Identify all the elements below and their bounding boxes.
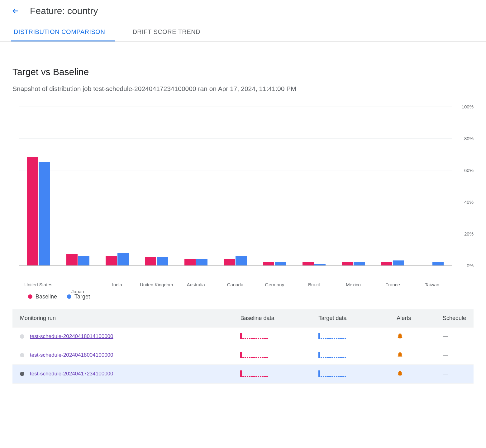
- x-label: Germany: [255, 282, 294, 287]
- table-row[interactable]: test-schedule-20240418014100000—: [12, 327, 474, 346]
- sparkline-target: [318, 332, 346, 339]
- x-label: Mexico: [334, 282, 373, 287]
- legend-target: Target: [67, 293, 90, 300]
- target-bar: [236, 256, 247, 265]
- bar-group: [334, 107, 373, 265]
- x-label: Taiwan: [412, 282, 452, 287]
- alert-bell-icon[interactable]: [397, 353, 403, 359]
- col-header-alerts: Alerts: [389, 309, 435, 327]
- y-tick: 60%: [464, 167, 474, 173]
- col-header-schedule: Schedule: [435, 309, 474, 327]
- bar-group: [19, 107, 58, 265]
- bar-group: [255, 107, 294, 265]
- x-label: Canada: [216, 282, 255, 287]
- bar-group: [216, 107, 255, 265]
- baseline-bar: [184, 259, 196, 265]
- tab-drift-score-trend[interactable]: DRIFT SCORE TREND: [130, 22, 210, 41]
- target-bar: [39, 162, 50, 265]
- tabs: DISTRIBUTION COMPARISON DRIFT SCORE TREN…: [0, 22, 486, 42]
- baseline-bar: [342, 262, 353, 265]
- x-label: United Kingdom: [137, 282, 176, 287]
- status-dot: [20, 353, 24, 357]
- monitoring-run-link[interactable]: test-schedule-20240417234100000: [30, 371, 113, 377]
- monitoring-run-link[interactable]: test-schedule-20240418004100000: [30, 352, 113, 358]
- sparkline-baseline: [240, 332, 268, 339]
- target-bar: [117, 253, 129, 265]
- x-label: United States: [19, 282, 58, 287]
- col-header-monitoring-run: Monitoring run: [12, 309, 233, 327]
- legend-swatch-target: [67, 294, 71, 299]
- bar-group: [294, 107, 334, 265]
- back-arrow-icon[interactable]: [11, 7, 20, 15]
- legend-label-target: Target: [74, 293, 90, 300]
- status-dot: [20, 372, 24, 376]
- legend-label-baseline: Baseline: [36, 293, 57, 300]
- schedule-value: —: [443, 352, 448, 358]
- target-bar: [78, 256, 89, 265]
- table-row[interactable]: test-schedule-20240417234100000—: [12, 365, 474, 383]
- sparkline-target: [318, 370, 346, 377]
- chart-x-axis: [19, 265, 452, 275]
- baseline-bar: [263, 262, 274, 265]
- bar-group: [98, 107, 137, 265]
- monitoring-runs-table: Monitoring run Baseline data Target data…: [12, 309, 474, 384]
- target-bar: [275, 262, 286, 265]
- main-content: Target vs Baseline Snapshot of distribut…: [0, 42, 486, 390]
- section-title: Target vs Baseline: [12, 67, 474, 77]
- bar-group: [137, 107, 176, 265]
- baseline-bar: [66, 254, 78, 265]
- sparkline-baseline: [240, 370, 268, 377]
- legend-swatch-baseline: [28, 294, 32, 299]
- baseline-bar: [224, 259, 235, 265]
- status-dot: [20, 334, 24, 339]
- page-title: Feature: country: [30, 6, 98, 16]
- x-label: India: [98, 282, 137, 287]
- baseline-bar: [145, 257, 156, 265]
- target-bar: [393, 260, 404, 265]
- distribution-chart: 0%20%40%60%80%100% United StatesJapanInd…: [19, 107, 452, 275]
- col-header-baseline-data: Baseline data: [233, 309, 311, 327]
- bar-group: [412, 107, 452, 265]
- bar-group: [58, 107, 97, 265]
- col-header-target-data: Target data: [311, 309, 389, 327]
- schedule-value: —: [443, 333, 448, 339]
- chart-legend: Baseline Target: [28, 293, 474, 300]
- section-subtitle: Snapshot of distribution job test-schedu…: [12, 83, 324, 94]
- y-tick: 40%: [464, 199, 474, 204]
- bar-group: [373, 107, 412, 265]
- x-label: Australia: [176, 282, 215, 287]
- header-bar: Feature: country: [0, 0, 486, 22]
- baseline-bar: [303, 262, 314, 265]
- table-row[interactable]: test-schedule-20240418004100000—: [12, 346, 474, 365]
- alert-bell-icon[interactable]: [397, 372, 403, 378]
- chart-plot-area: [19, 107, 452, 265]
- baseline-bar: [381, 262, 392, 265]
- target-bar: [157, 257, 168, 265]
- chart-y-axis: 0%20%40%60%80%100%: [455, 107, 474, 265]
- target-bar: [196, 259, 207, 265]
- legend-baseline: Baseline: [28, 293, 57, 300]
- y-tick: 20%: [464, 231, 474, 236]
- alert-bell-icon[interactable]: [397, 335, 403, 341]
- target-bar: [354, 262, 365, 265]
- monitoring-run-link[interactable]: test-schedule-20240418014100000: [30, 333, 113, 340]
- bar-group: [176, 107, 215, 265]
- y-tick: 100%: [462, 104, 474, 109]
- baseline-bar: [106, 256, 117, 265]
- baseline-bar: [27, 157, 38, 265]
- chart-x-labels: United StatesJapanIndiaUnited KingdomAus…: [19, 279, 452, 284]
- y-tick: 80%: [464, 136, 474, 141]
- sparkline-target: [318, 351, 346, 358]
- target-bar: [432, 262, 444, 265]
- schedule-value: —: [443, 371, 448, 377]
- y-tick: 0%: [467, 263, 474, 268]
- tab-distribution-comparison[interactable]: DISTRIBUTION COMPARISON: [11, 22, 115, 41]
- x-label: Japan: [58, 289, 97, 294]
- x-label: France: [373, 282, 412, 287]
- x-label: Brazil: [294, 282, 334, 287]
- sparkline-baseline: [240, 351, 268, 358]
